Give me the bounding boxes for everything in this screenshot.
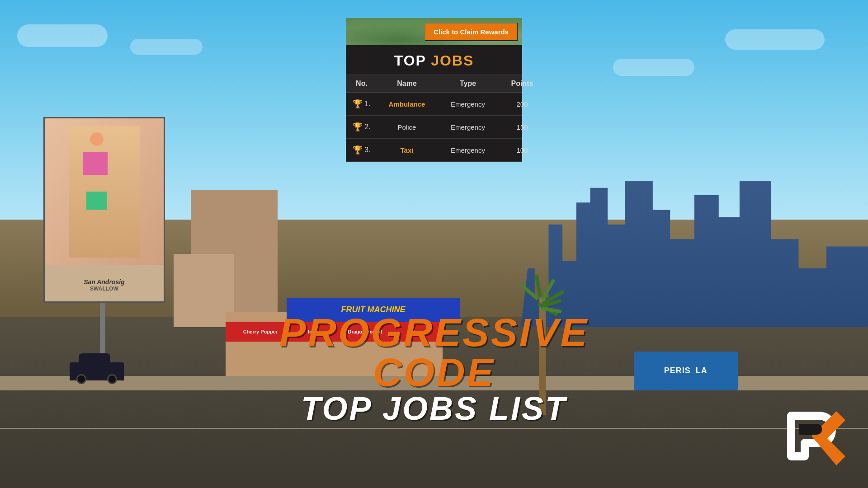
header-name: Name [377,80,436,88]
peris-text: PERIS_LA [664,366,708,375]
points-3: 100 [500,146,545,154]
table-row: 🏆 3. Taxi Emergency 100 [346,139,522,162]
panel-title: TOP JOBS [346,45,522,75]
trophy-icon-2: 🏆 [353,122,363,132]
billboard: San Androsig SWALLOW [43,117,165,302]
cloud-1 [17,24,108,47]
cloud-5 [613,59,694,76]
table-row: 🏆 1. Ambulance Emergency 200 [346,93,522,116]
logo-svg [778,402,845,470]
car-wheel-left [76,374,86,384]
rank-2: 🏆 2. [346,122,377,132]
peris-sign: PERIS_LA [634,352,738,390]
panel-wrapper: Click to Claim Rewards TOP JOBS No. Name… [346,18,522,162]
claim-rewards-button[interactable]: Click to Claim Rewards [425,23,518,41]
points-2: 150 [500,123,545,131]
car [70,356,124,380]
rank-1: 🏆 1. [346,99,377,109]
cloud-2 [130,39,203,55]
type-3: Emergency [436,146,500,154]
panel-image: Click to Claim Rewards [346,18,522,45]
header-points: Points [500,80,545,88]
title-highlight: JOBS [431,52,474,69]
cloud-4 [725,29,825,50]
table-row: 🏆 2. Police Emergency 150 [346,116,522,139]
header-type: Type [436,80,500,88]
trophy-icon-1: 🏆 [353,99,363,109]
billboard-image [45,118,164,265]
table-header: No. Name Type Points [346,75,522,93]
rank-3: 🏆 3. [346,145,377,155]
title-top: TOP [394,52,426,69]
rank-num-3: 3. [364,146,370,154]
type-2: Emergency [436,123,500,131]
panel-body: TOP JOBS No. Name Type Points 🏆 1. Ambul… [346,45,522,162]
overlay-line2: TOP JOBS LIST [231,392,637,425]
rank-num-2: 2. [364,123,370,131]
bottom-overlay: PROGRESSIVE CODE TOP JOBS LIST [231,313,637,425]
header-no: No. [346,80,377,88]
points-1: 200 [500,100,545,108]
trophy-icon-3: 🏆 [353,145,363,155]
rank-num-1: 1. [364,100,370,108]
name-1: Ambulance [377,100,436,108]
name-3: Taxi [377,146,436,154]
overlay-line1: PROGRESSIVE CODE [231,313,637,392]
logo [778,402,850,474]
billboard-text: San Androsig SWALLOW [45,278,164,292]
name-2: Police [377,123,436,131]
type-1: Emergency [436,100,500,108]
road-marking [0,428,868,429]
car-wheel-right [107,374,117,384]
